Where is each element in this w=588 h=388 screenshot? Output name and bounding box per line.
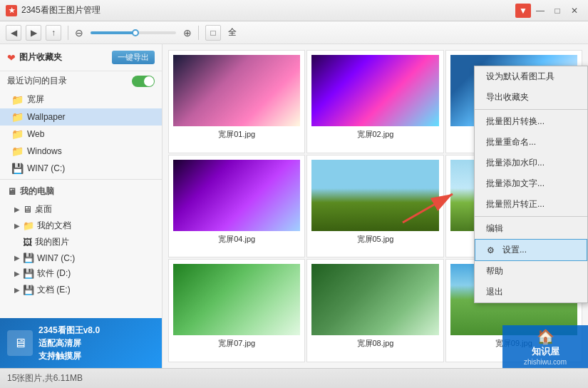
folder-item-wallpaper[interactable]: 📁 Wallpaper	[0, 108, 162, 126]
image-cell-08[interactable]: 宽屏08.jpg	[306, 259, 443, 362]
tree-item-desktop[interactable]: ▶ 🖥 桌面	[0, 201, 162, 218]
watermark-subtext: zhishiwu.com	[524, 358, 567, 366]
menu-item-label: 设置...	[502, 244, 527, 256]
separator-2	[198, 26, 199, 40]
zoom-minus-icon: ⊖	[75, 27, 83, 39]
image-thumbnail-04	[173, 160, 300, 231]
my-computer-label: 🖥 我的电脑	[0, 182, 162, 201]
tree-item-mydocs[interactable]: ▶ 📁 我的文档	[0, 218, 162, 234]
image-name-05: 宽屏05.jpg	[357, 234, 394, 245]
tree-item-software-d[interactable]: ▶ 💾 软件 (D:)	[0, 265, 162, 282]
tree-item-label: 文档 (E:)	[37, 284, 71, 296]
image-thumbnail-05	[311, 160, 438, 231]
menu-item-label: 批量重命名...	[486, 136, 536, 148]
menu-item-batch-rename[interactable]: 批量重命名...	[475, 132, 587, 153]
folder-name: Web	[27, 129, 44, 139]
ad-tagline: 适配高清屏支持触摸屏	[38, 337, 100, 362]
folder-item-win7c[interactable]: 💾 WIN7 (C:)	[0, 160, 162, 177]
menu-item-label: 导出收藏夹	[486, 91, 529, 103]
menu-separator-1	[475, 109, 587, 110]
folder-item-web[interactable]: 📁 Web	[0, 126, 162, 143]
recent-header: 最近访问的目录	[0, 71, 162, 91]
menu-item-label: 批量照片转正...	[486, 198, 545, 210]
folder-icon: 📁	[11, 111, 24, 123]
dropdown-menu: 设为默认看图工具 导出收藏夹 批量图片转换... 批量重命名... 批量添加水印…	[474, 66, 588, 303]
expand-icon: ▶	[14, 222, 23, 230]
app-title: 2345看图王图片管理	[21, 4, 515, 16]
menu-item-batch-convert[interactable]: 批量图片转换...	[475, 111, 587, 132]
desktop-icon: 🖥	[23, 204, 32, 215]
image-cell-02[interactable]: 宽屏02.jpg	[306, 50, 443, 153]
zoom-slider[interactable]	[91, 31, 176, 34]
image-cell-04[interactable]: 宽屏04.jpg	[168, 155, 305, 258]
menu-item-batch-rotate[interactable]: 批量照片转正...	[475, 194, 587, 215]
tree-item-mypics[interactable]: 🖼 我的图片	[0, 234, 162, 250]
folder-icon: 📁	[11, 94, 24, 106]
export-button[interactable]: 一键导出	[112, 51, 155, 64]
forward-button[interactable]: ▶	[26, 25, 41, 41]
watermark-logo: 🏠	[537, 328, 555, 345]
dropdown-arrow-button[interactable]: ▼	[515, 4, 531, 18]
menu-item-set-default[interactable]: 设为默认看图工具	[475, 66, 587, 87]
maximize-button[interactable]: □	[550, 4, 565, 18]
tree-item-docs-e[interactable]: ▶ 💾 文档 (E:)	[0, 282, 162, 298]
back-button[interactable]: ◀	[6, 25, 21, 41]
watermark-text: 知识屋	[532, 345, 559, 358]
menu-item-batch-watermark[interactable]: 批量添加水印...	[475, 153, 587, 173]
separator-1	[68, 26, 68, 40]
sidebar: ❤ 图片收藏夹 一键导出 最近访问的目录 📁 宽屏 📁 Wallpaper 📁	[0, 44, 163, 368]
folder-name: WIN7 (C:)	[27, 163, 65, 173]
tree-item-win7c2[interactable]: ▶ 💾 WIN7 (C:)	[0, 250, 162, 265]
recent-toggle[interactable]	[132, 76, 155, 87]
heart-icon: ❤	[7, 52, 16, 63]
status-bar: 15张图片,共6.11MB	[0, 368, 588, 388]
menu-item-settings[interactable]: ⚙ 设置...	[475, 239, 587, 261]
image-cell-07[interactable]: 宽屏07.jpg	[168, 259, 305, 362]
menu-item-help[interactable]: 帮助	[475, 261, 587, 282]
image-thumbnail-02	[311, 55, 438, 126]
app-version: 2345看图王v8.0	[38, 324, 100, 337]
folder-icon: 📁	[11, 146, 24, 157]
image-thumbnail-08	[311, 264, 438, 335]
upload-button[interactable]: ↑	[46, 25, 61, 41]
image-name-07: 宽屏07.jpg	[218, 338, 255, 349]
image-name-02: 宽屏02.jpg	[357, 129, 394, 140]
tree-list: ▶ 🖥 桌面 ▶ 📁 我的文档 🖼 我的图片 ▶ 💾 WIN7 (C:) ▶	[0, 201, 162, 298]
menu-section-edit: 编辑	[475, 218, 587, 239]
minimize-button[interactable]: —	[532, 4, 548, 18]
expand-icon: ▶	[14, 270, 23, 277]
folder-name: Wallpaper	[27, 112, 66, 122]
tree-item-label: 我的文档	[37, 220, 71, 232]
fullscreen-button[interactable]: □	[205, 25, 221, 41]
menu-item-export-favorites[interactable]: 导出收藏夹	[475, 87, 587, 108]
all-label: 全	[228, 26, 237, 39]
tree-item-label: 软件 (D:)	[37, 267, 71, 280]
favorites-header[interactable]: ❤ 图片收藏夹 一键导出	[0, 47, 162, 68]
image-name-04: 宽屏04.jpg	[218, 234, 255, 245]
image-cell-05[interactable]: 宽屏05.jpg	[306, 155, 443, 258]
folder-list: 📁 宽屏 📁 Wallpaper 📁 Web 📁 Windows 💾 WIN7 …	[0, 91, 162, 177]
folder-name: Windows	[27, 146, 62, 156]
folder-item-kuanping[interactable]: 📁 宽屏	[0, 91, 162, 108]
image-name-08: 宽屏08.jpg	[357, 338, 394, 349]
close-button[interactable]: ✕	[567, 4, 582, 18]
divider-1	[0, 179, 162, 180]
menu-separator-2	[475, 216, 587, 217]
window-controls: ▼ — □ ✕	[515, 4, 582, 18]
tree-item-label: WIN7 (C:)	[37, 253, 75, 263]
settings-icon: ⚙	[487, 245, 498, 255]
computer-icon: 🖥	[7, 186, 16, 197]
app-body: ❤ 图片收藏夹 一键导出 最近访问的目录 📁 宽屏 📁 Wallpaper 📁	[0, 44, 588, 368]
menu-item-batch-text[interactable]: 批量添加文字...	[475, 173, 587, 194]
favorites-section: ❤ 图片收藏夹 一键导出	[0, 44, 162, 71]
image-cell-01[interactable]: 宽屏01.jpg	[168, 50, 305, 153]
recent-label: 最近访问的目录	[7, 75, 132, 87]
image-thumbnail-01	[173, 55, 300, 126]
folder-icon: 📁	[11, 128, 24, 140]
expand-icon: ▶	[14, 205, 23, 213]
tree-item-label: 我的图片	[35, 236, 69, 248]
folder-item-windows[interactable]: 📁 Windows	[0, 143, 162, 160]
status-text: 15张图片,共6.11MB	[7, 372, 83, 384]
menu-item-label: 退出	[486, 286, 503, 298]
menu-item-exit[interactable]: 退出	[475, 282, 587, 302]
